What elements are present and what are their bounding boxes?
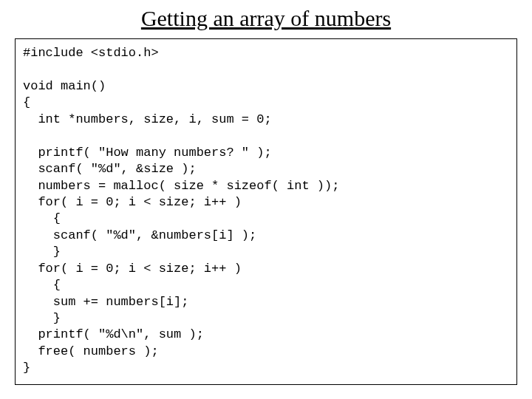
- code-line: void main(): [23, 79, 106, 93]
- code-line: scanf( "%d", &numbers[i] );: [23, 228, 256, 242]
- code-line: {: [23, 95, 30, 109]
- code-line: }: [23, 361, 30, 375]
- code-line: free( numbers );: [23, 344, 159, 358]
- code-block: #include <stdio.h> void main() { int *nu…: [15, 38, 517, 385]
- code-line: for( i = 0; i < size; i++ ): [23, 195, 242, 209]
- code-line: numbers = malloc( size * sizeof( int ));: [23, 179, 339, 193]
- code-line: }: [23, 245, 61, 259]
- code-line: #include <stdio.h>: [23, 46, 159, 60]
- code-line: printf( "%d\n", sum );: [23, 327, 204, 341]
- code-line: for( i = 0; i < size; i++ ): [23, 262, 242, 276]
- code-line: int *numbers, size, i, sum = 0;: [23, 112, 272, 126]
- code-line: sum += numbers[i];: [23, 295, 188, 309]
- code-line: {: [23, 278, 61, 292]
- code-line: printf( "How many numbers? " );: [23, 146, 272, 160]
- code-line: {: [23, 211, 61, 225]
- code-line: }: [23, 311, 61, 325]
- slide-title: Getting an array of numbers: [15, 6, 517, 31]
- slide: Getting an array of numbers #include <st…: [0, 0, 532, 399]
- code-line: scanf( "%d", &size );: [23, 162, 197, 176]
